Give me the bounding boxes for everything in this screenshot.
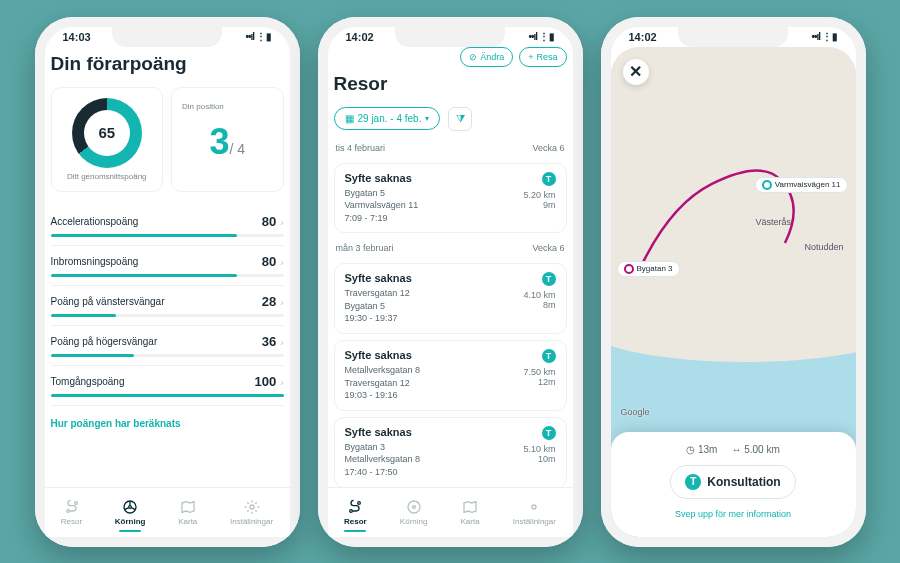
trip-card[interactable]: TSyfte saknasMetallverksgatan 8Traversga… xyxy=(334,340,567,411)
svg-point-9 xyxy=(532,505,536,509)
tab-korning[interactable]: Körning xyxy=(400,499,428,526)
chevron-right-icon: › xyxy=(280,217,283,228)
tab-korning[interactable]: Körning xyxy=(115,499,146,526)
route-icon xyxy=(347,499,363,515)
category-badge-icon: T xyxy=(542,172,556,186)
chevron-right-icon: › xyxy=(280,297,283,308)
map-icon xyxy=(462,499,478,515)
category-badge-icon: T xyxy=(542,272,556,286)
phone-driving-score: 14:03 ••ıl ⋮ ▮ Din förarpoäng 65 Ditt ge… xyxy=(35,17,300,547)
trip-times: 19:30 - 19:37 xyxy=(345,312,556,325)
check-icon: ⊘ xyxy=(469,52,477,62)
notch xyxy=(112,27,222,47)
pin-dot-icon xyxy=(762,180,772,190)
trip-times: 7:09 - 7:19 xyxy=(345,212,556,225)
metric-label: Poäng på högersvängar xyxy=(51,336,158,347)
chevron-down-icon: ▾ xyxy=(425,114,429,123)
svg-point-3 xyxy=(129,505,132,508)
add-trip-button[interactable]: +Resa xyxy=(519,47,566,67)
score-donut-icon: 65 xyxy=(72,98,142,168)
metric-value: 28 xyxy=(262,294,276,309)
gear-icon xyxy=(526,499,542,515)
metric-row[interactable]: Tomgångspoäng100› xyxy=(51,366,284,406)
metric-value: 80 xyxy=(262,254,276,269)
signal-icons: ••ıl ⋮ ▮ xyxy=(811,31,837,42)
bottom-sheet[interactable]: ◷ 13m ↔ 5.00 km TKonsultation Svep upp f… xyxy=(611,432,856,537)
gear-icon xyxy=(244,499,260,515)
trip-title: Syfte saknas xyxy=(345,349,556,361)
distance-icon: ↔ xyxy=(731,444,744,455)
metric-row[interactable]: Poäng på vänstersvängar28› xyxy=(51,286,284,326)
avg-score-label: Ditt genomsnittspoäng xyxy=(62,172,153,182)
metric-row[interactable]: Poäng på högersvängar36› xyxy=(51,326,284,366)
edit-button[interactable]: ⊘Ändra xyxy=(460,47,513,67)
distance-stat: ↔ 5.00 km xyxy=(731,444,779,455)
metric-value: 100 xyxy=(254,374,276,389)
metric-label: Accelerationspoäng xyxy=(51,216,139,227)
city-label: Västerås xyxy=(756,217,792,227)
clock-icon: ◷ xyxy=(686,444,698,455)
metric-label: Tomgångspoäng xyxy=(51,376,125,387)
avg-score-card[interactable]: 65 Ditt genomsnittspoäng xyxy=(51,87,164,193)
svg-point-5 xyxy=(350,509,353,512)
position-rank: 3 xyxy=(209,121,229,162)
tab-bar: Resor Körning Karta Inställningar xyxy=(328,487,573,537)
chevron-right-icon: › xyxy=(280,377,283,388)
phone-map: 14:02 ••ıl ⋮ ▮ ✕ Varmvalsvägen 11 Bygata… xyxy=(601,17,866,547)
tab-resor[interactable]: Resor xyxy=(61,499,82,526)
destination-pin[interactable]: Varmvalsvägen 11 xyxy=(755,177,848,193)
tab-karta[interactable]: Karta xyxy=(461,499,480,526)
how-calculated-link[interactable]: Hur poängen har beräknats xyxy=(51,418,284,429)
filter-button[interactable]: ⧩ xyxy=(448,107,472,131)
tab-installningar[interactable]: Inställningar xyxy=(230,499,273,526)
svg-point-0 xyxy=(66,509,69,512)
signal-icons: ••ıl ⋮ ▮ xyxy=(245,31,271,42)
plus-icon: + xyxy=(528,52,533,62)
origin-pin[interactable]: Bygatan 3 xyxy=(617,261,680,277)
metrics-list: Accelerationspoäng80›Inbromsningspoäng80… xyxy=(51,206,284,406)
trip-card[interactable]: TSyfte saknasTraversgatan 12Bygatan 519:… xyxy=(334,263,567,334)
map-view[interactable]: ✕ Varmvalsvägen 11 Bygatan 3 Västerås No… xyxy=(611,47,856,537)
trip-duration: 10m xyxy=(523,454,555,464)
tab-resor[interactable]: Resor xyxy=(344,499,367,526)
steering-icon xyxy=(406,499,422,515)
trip-distance: 5.20 km xyxy=(523,190,555,200)
trip-times: 17:40 - 17:50 xyxy=(345,466,556,479)
trip-title: Syfte saknas xyxy=(345,426,556,438)
trip-distance: 7.50 km xyxy=(523,367,555,377)
metric-row[interactable]: Inbromsningspoäng80› xyxy=(51,246,284,286)
day-header: mån 3 februariVecka 6 xyxy=(334,239,567,257)
trip-card[interactable]: TSyfte saknasBygatan 3Metallverksgatan 8… xyxy=(334,417,567,487)
funnel-icon: ⧩ xyxy=(456,112,465,125)
metric-label: Inbromsningspoäng xyxy=(51,256,139,267)
trip-list[interactable]: tis 4 februariVecka 6TSyfte saknasBygata… xyxy=(334,139,567,487)
tab-installningar[interactable]: Inställningar xyxy=(513,499,556,526)
trip-title: Syfte saknas xyxy=(345,172,556,184)
purpose-chip[interactable]: TKonsultation xyxy=(670,465,795,499)
trip-card[interactable]: TSyfte saknasBygatan 5Varmvalsvägen 117:… xyxy=(334,163,567,234)
tab-karta[interactable]: Karta xyxy=(178,499,197,526)
chevron-right-icon: › xyxy=(280,337,283,348)
clock: 14:02 xyxy=(346,31,374,43)
date-range-button[interactable]: ▦ 29 jan. - 4 feb. ▾ xyxy=(334,107,441,130)
metric-row[interactable]: Accelerationspoäng80› xyxy=(51,206,284,246)
duration-stat: ◷ 13m xyxy=(686,444,717,455)
metric-value: 80 xyxy=(262,214,276,229)
clock: 14:02 xyxy=(629,31,657,43)
svg-point-1 xyxy=(74,501,77,504)
metric-label: Poäng på vänstersvängar xyxy=(51,296,165,307)
clock: 14:03 xyxy=(63,31,91,43)
trip-duration: 8m xyxy=(523,300,555,310)
svg-point-6 xyxy=(358,501,361,504)
city-label: Notudden xyxy=(804,242,843,252)
metric-value: 36 xyxy=(262,334,276,349)
svg-point-8 xyxy=(412,505,415,508)
close-icon: ✕ xyxy=(629,62,642,81)
close-button[interactable]: ✕ xyxy=(623,59,649,85)
position-label: Din position xyxy=(182,102,273,112)
trip-title: Syfte saknas xyxy=(345,272,556,284)
position-card[interactable]: Din position 3/ 4 xyxy=(171,87,284,193)
route-icon xyxy=(64,499,80,515)
swipe-hint: Svep upp för mer information xyxy=(627,509,840,519)
calendar-icon: ▦ xyxy=(345,113,354,124)
